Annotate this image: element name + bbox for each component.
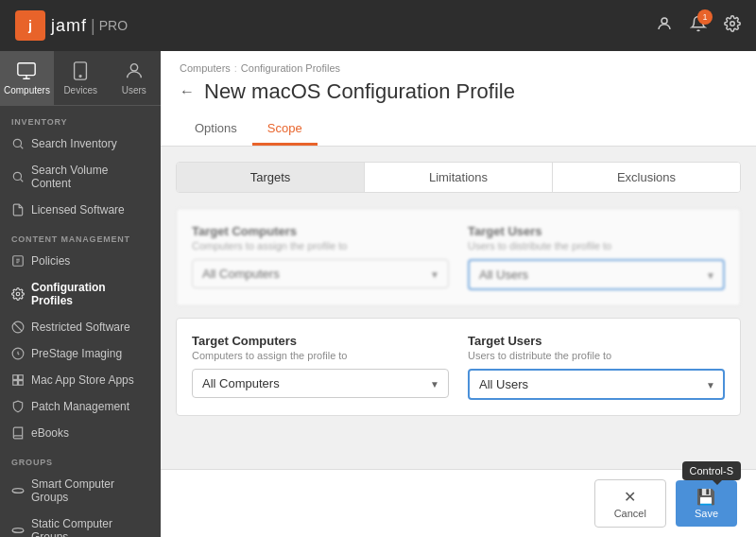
sidebar-item-prestage-imaging[interactable]: PreStage Imaging — [0, 340, 161, 367]
back-button[interactable]: ← — [180, 83, 195, 100]
user-icon[interactable] — [656, 15, 673, 36]
jamf-logo: j jamf | PRO — [15, 10, 128, 41]
jamf-pro-label: PRO — [99, 18, 128, 33]
sidebar-item-label: Restricted Software — [31, 320, 130, 334]
sidebar-item-label: Licensed Software — [31, 203, 125, 217]
save-button[interactable]: 💾 Save — [676, 480, 737, 527]
target-users-sublabel: Users to distribute the profile to — [468, 350, 725, 361]
sidebar-nav-icons: Computers Devices Users — [0, 51, 161, 106]
sidebar-item-label: Configuration Profiles — [31, 281, 149, 307]
settings-icon[interactable] — [724, 15, 741, 36]
sidebar-nav-computers-label: Computers — [4, 85, 50, 95]
sidebar-nav-devices[interactable]: Devices — [54, 51, 108, 105]
jamf-logo-text: jamf — [51, 16, 87, 36]
main-layout: Computers Devices Users INVENTORY Search… — [0, 51, 756, 537]
footer: Control-S ✕ Cancel 💾 Save — [161, 469, 756, 537]
svg-rect-2 — [18, 63, 35, 76]
svg-rect-14 — [19, 375, 24, 380]
sidebar-item-static-groups[interactable]: Static Computer Groups — [0, 511, 161, 537]
notification-badge: 1 — [697, 9, 713, 25]
page-title: New macOS Configuration Profile — [204, 79, 515, 104]
content-header: Computers : Configuration Profiles ← New… — [161, 51, 756, 147]
sidebar-section-groups: GROUPS — [0, 446, 161, 471]
svg-point-0 — [662, 18, 667, 24]
sidebar-item-search-volume[interactable]: Search Volume Content — [0, 157, 161, 197]
target-computers-sublabel: Computers to assign the profile to — [192, 240, 449, 251]
sub-tabs: Targets Limitations Exclusions — [176, 162, 741, 193]
sidebar-nav-users-label: Users — [122, 85, 146, 95]
sidebar-section-inventory: INVENTORY — [0, 106, 161, 130]
sidebar-item-ebooks[interactable]: eBooks — [0, 420, 161, 446]
target-computers-label: Target Computers — [192, 224, 449, 238]
sidebar-item-policies[interactable]: Policies — [0, 248, 161, 274]
target-users-sublabel: Users to distribute the profile to — [468, 240, 725, 251]
sub-tab-limitations[interactable]: Limitations — [365, 163, 553, 192]
sidebar-item-label: Mac App Store Apps — [31, 373, 134, 387]
tab-options[interactable]: Options — [180, 113, 252, 146]
target-computers-select[interactable]: All Computers — [192, 259, 449, 288]
target-computers-field-blurred: Target Computers Computers to assign the… — [192, 224, 449, 290]
sidebar: Computers Devices Users INVENTORY Search… — [0, 51, 161, 537]
sidebar-nav-devices-label: Devices — [63, 85, 97, 95]
sidebar-item-label: Search Inventory — [31, 137, 117, 150]
target-users-label: Target Users — [468, 224, 725, 238]
save-label: Save — [695, 508, 718, 519]
svg-rect-16 — [19, 381, 24, 386]
sidebar-item-label: Smart Computer Groups — [31, 477, 149, 504]
breadcrumb-parent: Computers — [180, 62, 231, 74]
cancel-icon: ✕ — [624, 488, 636, 506]
top-navigation: j jamf | PRO 1 — [0, 0, 756, 51]
svg-rect-13 — [13, 375, 18, 380]
target-users-field-blurred: Target Users Users to distribute the pro… — [468, 224, 725, 290]
svg-point-5 — [130, 64, 137, 71]
target-users-select[interactable]: All Users — [468, 259, 725, 290]
keyboard-shortcut-tooltip: Control-S — [682, 461, 741, 480]
content-area: Computers : Configuration Profiles ← New… — [161, 51, 756, 537]
svg-point-7 — [13, 172, 21, 180]
tabs-row: Options Scope — [180, 113, 737, 146]
svg-point-1 — [730, 22, 735, 26]
sidebar-item-label: Search Volume Content — [31, 164, 149, 190]
sidebar-section-content: CONTENT MANAGEMENT — [0, 223, 161, 248]
svg-rect-15 — [13, 381, 18, 386]
cancel-button[interactable]: ✕ Cancel — [594, 479, 666, 528]
sidebar-item-mac-app-store[interactable]: Mac App Store Apps — [0, 367, 161, 393]
target-section: Target Computers Computers to assign the… — [176, 318, 741, 416]
tab-scope[interactable]: Scope — [252, 113, 318, 146]
sidebar-item-label: Patch Management — [31, 400, 129, 413]
save-icon: 💾 — [696, 488, 715, 506]
sub-tab-targets[interactable]: Targets — [177, 163, 365, 192]
sidebar-item-label: PreStage Imaging — [31, 347, 122, 360]
sidebar-item-licensed-software[interactable]: Licensed Software — [0, 197, 161, 223]
target-users-field: Target Users Users to distribute the pro… — [468, 334, 725, 400]
target-section-blurred: Target Computers Computers to assign the… — [176, 208, 741, 306]
logo-divider: | — [91, 16, 95, 36]
jamf-logo-icon: j — [15, 10, 45, 41]
target-computers-field: Target Computers Computers to assign the… — [192, 334, 449, 400]
target-users-select-main[interactable]: All Users Specific Users — [468, 369, 725, 400]
target-computers-label: Target Computers — [192, 334, 449, 348]
target-users-label: Target Users — [468, 334, 725, 348]
notification-icon[interactable]: 1 — [690, 15, 707, 36]
svg-line-11 — [14, 323, 22, 331]
sidebar-nav-users[interactable]: Users — [107, 51, 161, 105]
sidebar-item-label: eBooks — [31, 426, 69, 440]
sidebar-nav-computers[interactable]: Computers — [0, 51, 54, 105]
scope-content: Targets Limitations Exclusions Target Co… — [161, 147, 756, 469]
select-arrow-icon: ▼ — [706, 269, 715, 280]
target-computers-select-main[interactable]: All Computers Specific Computers — [192, 369, 449, 398]
sidebar-item-label: Static Computer Groups — [31, 517, 149, 537]
svg-point-6 — [13, 139, 21, 147]
sidebar-item-label: Policies — [31, 254, 70, 268]
sidebar-item-configuration-profiles[interactable]: Configuration Profiles — [0, 274, 161, 314]
sidebar-item-restricted-software[interactable]: Restricted Software — [0, 314, 161, 340]
sidebar-item-patch-management[interactable]: Patch Management — [0, 393, 161, 420]
top-nav-icons: 1 — [656, 15, 741, 36]
svg-point-9 — [16, 292, 20, 296]
select-arrow-icon: ▼ — [430, 268, 439, 279]
cancel-label: Cancel — [614, 508, 646, 519]
sidebar-item-smart-groups[interactable]: Smart Computer Groups — [0, 471, 161, 511]
sub-tab-exclusions[interactable]: Exclusions — [553, 163, 740, 192]
sidebar-item-search-inventory[interactable]: Search Inventory — [0, 130, 161, 157]
breadcrumb: Computers : Configuration Profiles — [180, 62, 737, 74]
